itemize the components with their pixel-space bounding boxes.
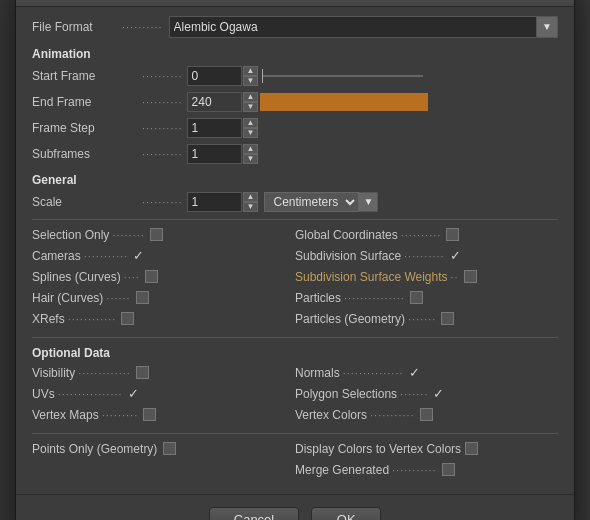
optional-right-col: Normals ··············· ✓ Polygon Select… [295,364,558,427]
ok-button[interactable]: OK [311,507,381,521]
subdiv-weights-label: Subdivision Surface Weights [295,270,448,284]
extra-left-col: Points Only (Geometry) [32,440,295,482]
end-frame-down[interactable]: ▼ [243,102,259,112]
hair-label: Hair (Curves) [32,291,103,305]
particles-row: Particles ··············· [295,289,558,307]
xrefs-checkbox[interactable] [121,312,134,325]
normals-check: ✓ [409,365,420,380]
selection-only-checkbox[interactable] [150,228,163,241]
bottom-bar: Cancel OK [16,494,574,521]
polygon-sel-label: Polygon Selections [295,387,397,401]
splines-checkbox[interactable] [145,270,158,283]
visibility-label: Visibility [32,366,75,380]
end-frame-row: End Frame ·········· 240 ▲ ▼ [32,91,558,113]
optional-data-header: Optional Data [32,346,558,360]
extra-right-col: Display Colors to Vertex Colors Merge Ge… [295,440,558,482]
frame-step-input[interactable]: 1 [187,118,242,138]
subframes-input[interactable]: 1 [187,144,242,164]
end-frame-input[interactable]: 240 [187,92,242,112]
xrefs-row: XRefs ············ [32,310,295,328]
splines-label: Splines (Curves) [32,270,121,284]
scale-row: Scale ·········· 1 ▲ ▼ Centimeters ▼ [32,191,558,213]
points-only-label: Points Only (Geometry) [32,442,157,456]
divider-2 [32,337,558,338]
visibility-checkbox[interactable] [136,366,149,379]
splines-row: Splines (Curves) ···· [32,268,295,286]
end-frame-spinner: 240 ▲ ▼ [187,92,429,112]
scale-up[interactable]: ▲ [243,192,259,202]
start-frame-bar [263,75,423,77]
xrefs-label: XRefs [32,312,65,326]
normals-row: Normals ··············· ✓ [295,364,558,382]
vertex-colors-label: Vertex Colors [295,408,367,422]
subframes-row: Subframes ·········· 1 ▲ ▼ [32,143,558,165]
scale-input[interactable]: 1 [187,192,242,212]
cameras-label: Cameras [32,249,81,263]
file-format-row: File Format ·········· Alembic Ogawa ▼ [32,15,558,39]
subdiv-surface-row: Subdivision Surface ·········· ✓ [295,247,558,265]
subdiv-weights-row: Subdivision Surface Weights ·· [295,268,558,286]
polygon-sel-check: ✓ [433,386,444,401]
file-format-dropdown-wrap: Alembic Ogawa ▼ [169,16,558,38]
animation-header: Animation [32,47,558,61]
scale-down[interactable]: ▼ [243,202,259,212]
frame-step-spinner: 1 ▲ ▼ [187,118,259,138]
frame-step-down[interactable]: ▼ [243,128,259,138]
general-header: General [32,173,558,187]
particles-label: Particles [295,291,341,305]
general-right-col: Global Coordinates ·········· Subdivisio… [295,226,558,331]
merge-generated-checkbox[interactable] [442,463,455,476]
extra-checks: Points Only (Geometry) Display Colors to… [32,440,558,482]
file-format-arrow[interactable]: ▼ [537,16,558,38]
particles-geo-label: Particles (Geometry) [295,312,405,326]
polygon-sel-row: Polygon Selections ······· ✓ [295,385,558,403]
cancel-button[interactable]: Cancel [209,507,299,521]
vertex-maps-row: Vertex Maps ········· [32,406,295,424]
merge-generated-row: Merge Generated ··········· [295,461,558,479]
end-frame-bar [260,93,428,111]
display-colors-checkbox[interactable] [465,442,478,455]
end-frame-label: End Frame [32,95,142,109]
hair-checkbox[interactable] [136,291,149,304]
subframes-down[interactable]: ▼ [243,154,259,164]
optional-left-col: Visibility ············· UVs ···········… [32,364,295,427]
start-frame-spinner: 0 ▲ ▼ [187,66,424,86]
global-coords-checkbox[interactable] [446,228,459,241]
unit-arrow[interactable]: ▼ [359,192,378,212]
general-left-col: Selection Only ········ Cameras ········… [32,226,295,331]
display-colors-row: Display Colors to Vertex Colors [295,440,558,458]
optional-checks: Visibility ············· UVs ···········… [32,364,558,427]
end-frame-up[interactable]: ▲ [243,92,259,102]
cameras-check: ✓ [133,248,144,263]
scale-spinner: 1 ▲ ▼ Centimeters ▼ [187,192,379,212]
selection-only-label: Selection Only [32,228,109,242]
unit-select[interactable]: Centimeters [264,192,359,212]
uvs-check: ✓ [128,386,139,401]
start-frame-up[interactable]: ▲ [243,66,259,76]
global-coords-row: Global Coordinates ·········· [295,226,558,244]
file-format-label: File Format [32,20,122,34]
file-format-select[interactable]: Alembic Ogawa [169,16,538,38]
frame-step-up[interactable]: ▲ [243,118,259,128]
start-frame-down[interactable]: ▼ [243,76,259,86]
divider-1 [32,219,558,220]
selection-only-row: Selection Only ········ [32,226,295,244]
frame-step-row: Frame Step ·········· 1 ▲ ▼ [32,117,558,139]
vertex-maps-label: Vertex Maps [32,408,99,422]
divider-3 [32,433,558,434]
subdiv-weights-checkbox[interactable] [464,270,477,283]
uvs-row: UVs ················ ✓ [32,385,295,403]
uvs-label: UVs [32,387,55,401]
particles-geo-checkbox[interactable] [441,312,454,325]
points-only-checkbox[interactable] [163,442,176,455]
subframes-spinner: 1 ▲ ▼ [187,144,259,164]
vertex-maps-checkbox[interactable] [143,408,156,421]
general-checks: Selection Only ········ Cameras ········… [32,226,558,331]
scale-label: Scale [32,195,142,209]
start-frame-label: Start Frame [32,69,142,83]
particles-geo-row: Particles (Geometry) ······· [295,310,558,328]
start-frame-input[interactable]: 0 [187,66,242,86]
subframes-up[interactable]: ▲ [243,144,259,154]
vertex-colors-checkbox[interactable] [420,408,433,421]
particles-checkbox[interactable] [410,291,423,304]
